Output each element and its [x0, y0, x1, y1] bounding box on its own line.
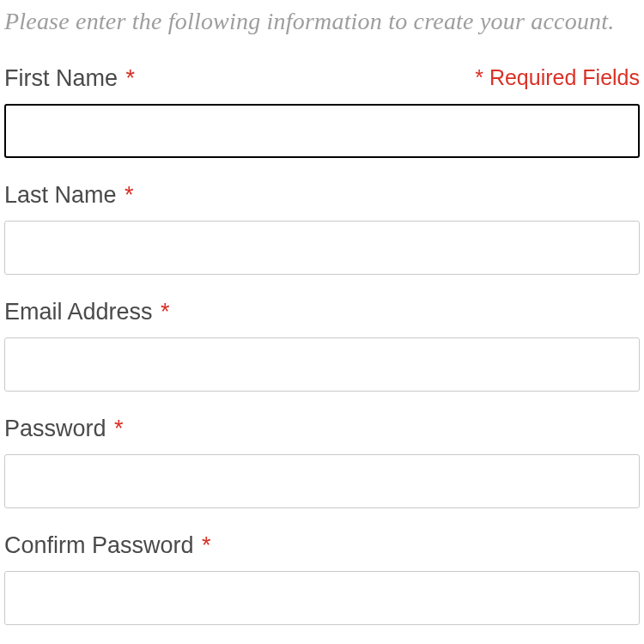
password-label-text: Password [4, 416, 106, 441]
form-intro-text: Please enter the following information t… [4, 4, 640, 39]
field-password: Password * [4, 416, 640, 508]
password-input[interactable] [4, 454, 640, 508]
field-confirm-password: Confirm Password * [4, 532, 640, 625]
required-asterisk: * [114, 416, 124, 441]
first-name-input[interactable] [4, 104, 640, 158]
required-fields-note: * Required Fields [475, 65, 640, 90]
confirm-password-label: Confirm Password * [4, 532, 640, 559]
email-label-text: Email Address [4, 299, 153, 325]
password-label: Password * [4, 416, 640, 442]
required-asterisk: * [126, 65, 136, 91]
field-email: Email Address * [4, 299, 640, 392]
email-label: Email Address * [4, 299, 640, 325]
required-asterisk: * [125, 182, 134, 208]
confirm-password-input[interactable] [4, 571, 640, 625]
field-last-name: Last Name * [4, 182, 640, 275]
last-name-label-text: Last Name [4, 182, 117, 208]
last-name-input[interactable] [4, 221, 640, 275]
required-asterisk: * [202, 532, 211, 558]
first-name-label-text: First Name [4, 65, 118, 91]
required-asterisk: * [161, 299, 170, 325]
confirm-password-label-text: Confirm Password [4, 532, 194, 558]
email-input[interactable] [4, 337, 640, 392]
form-container: * Required Fields First Name * Last Name… [4, 65, 640, 625]
last-name-label: Last Name * [4, 182, 640, 209]
